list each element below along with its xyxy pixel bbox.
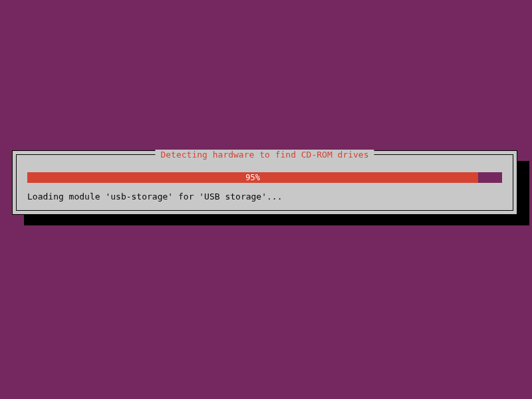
progress-fill: 95%	[27, 172, 478, 183]
dialog-border: Detecting hardware to find CD-ROM drives…	[16, 154, 513, 211]
status-text: Loading module 'usb-storage' for 'USB st…	[27, 192, 283, 201]
dialog: Detecting hardware to find CD-ROM drives…	[12, 150, 517, 215]
dialog-title: Detecting hardware to find CD-ROM drives	[155, 150, 374, 160]
progress-percent-label: 95%	[245, 173, 260, 182]
progress-bar: 95%	[27, 172, 502, 183]
